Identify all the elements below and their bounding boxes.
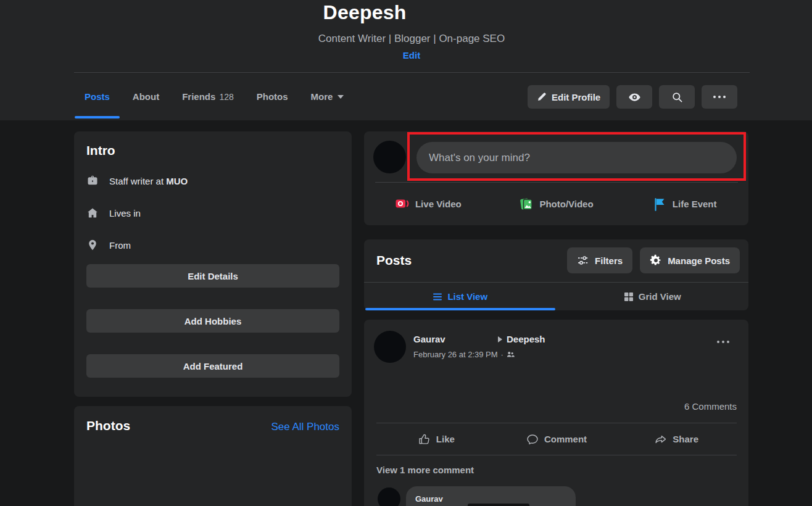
ellipsis-icon [717,341,729,343]
live-video-button[interactable]: Live Video [365,186,491,222]
posts-section-card: Posts Filters Manage Posts [364,239,748,310]
intro-work-text: Staff writer at MUO [109,176,188,186]
tab-more[interactable]: More [301,73,354,120]
live-video-icon [395,197,410,212]
share-arrow-icon [655,433,667,446]
see-all-photos-link[interactable]: See All Photos [271,421,339,433]
comments-count[interactable]: 6 Comments [684,401,737,412]
intro-card: Intro Staff writer at MUO Lives in From … [74,131,352,397]
post-author-link[interactable]: Gaurav [413,334,445,344]
post-card: Gaurav Deepesh February 26 at 2:39 PM · … [364,320,748,506]
home-icon [86,207,99,219]
post-timestamp[interactable]: February 26 at 2:39 PM · [413,350,515,359]
intro-from-row: From [86,238,339,252]
post-target: Deepesh [498,334,545,344]
posts-title: Posts [376,253,412,268]
tab-photos[interactable]: Photos [247,73,298,120]
composer-actions: Live Video Photo/Video Life Event [364,183,748,225]
photos-card: Photos See All Photos [74,406,352,506]
redacted-comment-text [468,504,529,506]
intro-lives-text: Lives in [109,208,141,218]
status-input[interactable] [416,142,737,173]
grid-view-icon [624,292,634,302]
list-view-icon [433,292,442,302]
comment-author-link[interactable]: Gaurav [415,494,443,504]
intro-lives-row: Lives in [86,205,339,220]
avatar[interactable] [378,487,400,506]
chevron-down-icon [338,95,344,99]
post-target-link[interactable]: Deepesh [507,334,545,344]
post-menu-button[interactable] [713,337,733,347]
add-hobbies-button[interactable]: Add Hobbies [86,309,339,333]
photo-video-button[interactable]: Photo/Video [494,186,619,222]
list-view-tab[interactable]: List View [364,283,557,310]
location-pin-icon [86,239,99,251]
view-as-button[interactable] [616,85,652,109]
profile-subtitle: Content Writer | Blogger | On-page SEO [6,33,812,45]
filters-icon [577,254,589,267]
avatar[interactable] [373,141,406,173]
post-actions: Like Comment Share [376,423,737,455]
pencil-icon [537,92,547,102]
post-composer-card: Live Video Photo/Video Life Event [364,131,748,225]
share-button[interactable]: Share [618,426,735,452]
filters-button[interactable]: Filters [567,247,632,273]
photos-title: Photos [86,418,130,433]
avatar[interactable] [374,331,406,363]
triangle-right-icon [498,336,502,342]
search-icon [671,91,683,103]
profile-tabs: Posts About Friends 128 Photos More [75,73,357,120]
thumbs-up-icon [418,433,431,446]
life-event-button[interactable]: Life Event [621,186,747,222]
view-tabs: List View Grid View [364,283,748,310]
edit-profile-button[interactable]: Edit Profile [528,85,610,109]
profile-name: Deepesh [0,1,771,24]
friends-count: 128 [219,92,233,102]
life-event-icon [652,197,667,212]
tab-about[interactable]: About [123,73,169,120]
profile-header: Deepesh Content Writer | Blogger | On-pa… [0,0,812,120]
comment-bubble-icon [526,433,539,446]
ellipsis-icon [713,96,726,98]
photo-video-icon [519,197,534,212]
header-actions: Edit Profile [528,85,737,109]
friends-icon [507,350,515,359]
intro-title: Intro [86,131,339,158]
grid-view-tab[interactable]: Grid View [557,283,749,310]
eye-icon [628,91,641,104]
intro-work-row: Staff writer at MUO [86,173,339,188]
divider [376,455,737,455]
search-button[interactable] [659,85,695,109]
manage-posts-button[interactable]: Manage Posts [640,247,740,273]
briefcase-icon [86,175,99,187]
tab-posts[interactable]: Posts [75,73,120,120]
comment-button[interactable]: Comment [498,426,616,452]
profile-bio-edit-link[interactable]: Edit [6,50,812,60]
view-more-comments-link[interactable]: View 1 more comment [376,465,474,475]
comment-bubble: Gaurav [406,486,576,506]
tab-friends[interactable]: Friends 128 [172,73,244,120]
more-options-button[interactable] [702,85,737,109]
intro-from-text: From [109,240,131,251]
add-featured-button[interactable]: Add Featured [86,354,339,378]
like-button[interactable]: Like [378,426,495,452]
gear-icon [650,254,662,267]
edit-details-button[interactable]: Edit Details [86,264,339,288]
